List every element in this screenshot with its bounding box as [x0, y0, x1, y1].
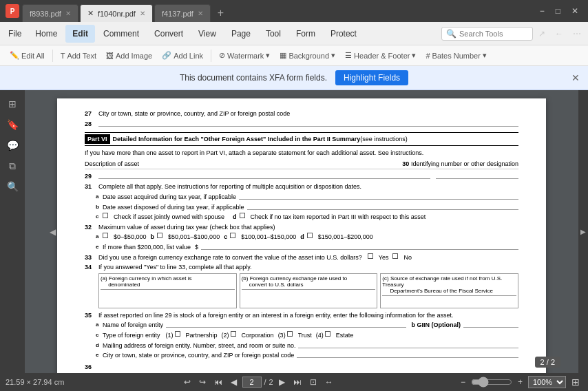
close-button[interactable]: ✕ — [567, 3, 582, 19]
back-button[interactable]: ← — [551, 26, 567, 41]
zoom-slider[interactable] — [471, 377, 512, 388]
left-collapse-arrow[interactable]: ◀ — [50, 227, 56, 237]
line-31c-label: c — [96, 213, 101, 220]
line-29-field — [98, 172, 430, 179]
menu-page[interactable]: Page — [224, 25, 258, 43]
line-32a-text: $0–$50,000 — [114, 233, 147, 242]
line-31a-row: a Date asset acquired during tax year, i… — [96, 193, 518, 202]
background-icon: ▦ — [280, 51, 286, 60]
line-35a-field — [166, 321, 406, 328]
edit-all-icon: ✏️ — [10, 51, 19, 60]
background-button[interactable]: ▦ Background ▾ — [275, 49, 339, 62]
right-collapse-arrow[interactable]: ▶ — [578, 90, 588, 373]
part-vi-subtext: If you have more than one asset to repor… — [85, 149, 518, 158]
header-footer-button[interactable]: ☰ Header & Footer ▾ — [341, 49, 420, 62]
menu-file[interactable]: File — [3, 26, 27, 41]
line-35c2: (2) — [222, 331, 229, 340]
search-icon[interactable]: 🔍 — [4, 178, 21, 195]
xfa-close-button[interactable]: ✕ — [571, 72, 580, 83]
menu-tool[interactable]: Tool — [259, 25, 288, 43]
line-35c3-cb — [287, 331, 293, 337]
line-33-yes-label: Yes — [379, 253, 389, 262]
edit-all-button[interactable]: ✏️ Edit All — [6, 49, 49, 62]
col-c-header: (c) Source of exchange rate used if not … — [382, 275, 516, 294]
line-32e-field — [201, 243, 518, 250]
maximize-button[interactable]: □ — [552, 3, 565, 19]
menu-convert[interactable]: Convert — [147, 25, 190, 43]
page-dimensions: 21.59 × 27.94 cm — [6, 378, 64, 386]
external-link-button[interactable]: ↗ — [534, 26, 549, 41]
highlight-fields-button[interactable]: Highlight Fields — [335, 70, 408, 85]
bates-number-button[interactable]: # Bates Number ▾ — [421, 49, 490, 62]
add-link-button[interactable]: 🔗 Add Link — [158, 49, 207, 62]
bates-number-label: Bates Number — [432, 52, 481, 60]
page-number-input[interactable] — [242, 377, 262, 388]
tab-label: f8938.pdf — [30, 10, 61, 18]
pages-icon[interactable]: ⊞ — [4, 96, 21, 112]
next-page-button[interactable]: ▶ — [276, 376, 288, 388]
tab-close-1[interactable]: ✕ — [65, 10, 71, 17]
menu-comment[interactable]: Comment — [96, 25, 146, 43]
minimize-button[interactable]: − — [536, 3, 549, 19]
first-page-button[interactable]: ⏮ — [211, 376, 225, 388]
comment-icon[interactable]: 💬 — [4, 137, 21, 154]
col-c: (c) Source of exchange rate used if not … — [380, 273, 518, 308]
fit-page-button[interactable]: ⊡ — [307, 376, 319, 388]
prev-page-button[interactable]: ◀ — [228, 376, 240, 388]
col-a-header: (a) Foreign currency in which asset is d… — [101, 275, 235, 288]
line-36-text-row: If asset reported on line 29 is not stoc… — [98, 372, 518, 373]
xfa-banner: This document contains XFA form fields. … — [0, 66, 588, 90]
tab-f1040nr[interactable]: ✕ f1040nr.pdf ✕ — [80, 4, 153, 22]
add-image-button[interactable]: 🖼 Add Image — [102, 50, 156, 62]
page-total: 2 — [269, 378, 273, 386]
last-page-button[interactable]: ⏭ — [291, 376, 304, 388]
line-35c-partnership: Partnership — [186, 331, 218, 340]
watermark-label: Watermark — [227, 52, 264, 60]
line-32e-label: e — [96, 243, 101, 251]
part-vi-title: Detailed Information for Each "Other For… — [113, 136, 361, 142]
add-text-button[interactable]: T Add Text — [56, 50, 101, 62]
line-num-33: 33 — [85, 253, 98, 262]
add-link-icon: 🔗 — [162, 51, 171, 60]
rotate-left-button[interactable]: ↩ — [181, 376, 193, 388]
part-vi-subtext-content: If you have more than one asset to repor… — [85, 149, 423, 158]
tab-close-2[interactable]: ✕ — [140, 10, 145, 17]
forward-button[interactable]: ⋯ — [569, 26, 585, 41]
zoom-in-button[interactable]: + — [515, 376, 525, 388]
menu-protect[interactable]: Protect — [324, 25, 364, 43]
menu-view[interactable]: View — [191, 25, 223, 43]
line-28-row: 28 — [85, 120, 518, 129]
layers-icon[interactable]: ⧉ — [4, 158, 21, 174]
line-31-text: Complete all that apply. See instruction… — [98, 182, 361, 191]
line-31b-label: b — [96, 203, 101, 211]
line-32e-text: If more than $200,000, list value — [103, 243, 191, 252]
search-tools-input[interactable] — [459, 30, 528, 38]
col-b-field — [242, 289, 376, 300]
line-33-no-label: No — [403, 253, 412, 262]
line-35c-text: Type of foreign entity — [103, 331, 160, 340]
menu-edit[interactable]: Edit — [65, 25, 95, 43]
header-footer-icon: ☰ — [345, 51, 352, 60]
menu-home[interactable]: Home — [28, 25, 64, 43]
line-num-27: 27 — [85, 109, 98, 118]
fit-width-button[interactable]: ↔ — [322, 376, 336, 388]
tab-f8938[interactable]: f8938.pdf ✕ — [22, 4, 78, 22]
line-35c-label: c — [96, 331, 101, 339]
line-31a-field — [239, 193, 518, 200]
line-35c4: (4) — [316, 331, 324, 340]
tab-close-3[interactable]: ✕ — [198, 10, 203, 17]
header-footer-dropdown-icon: ▾ — [412, 51, 416, 60]
menu-form[interactable]: Form — [289, 25, 322, 43]
line-35a-text: Name of foreign entity — [103, 321, 163, 330]
watermark-button[interactable]: ⊘ Watermark ▾ — [215, 49, 274, 62]
zoom-out-button[interactable]: − — [458, 376, 468, 388]
grid-view-button[interactable]: ⊞ — [569, 375, 582, 389]
tab-f4137[interactable]: f4137.pdf ✕ — [154, 4, 211, 22]
app-icon: P — [6, 4, 19, 18]
document-area[interactable]: ◀ 27 City or town, state or province, co… — [25, 90, 578, 373]
bookmark-icon[interactable]: 🔖 — [4, 116, 21, 133]
add-tab-button[interactable]: + — [212, 4, 229, 22]
zoom-select[interactable]: 100% 75% 150% 200% — [528, 376, 566, 388]
rotate-right-button[interactable]: ↪ — [196, 376, 209, 388]
line-32-checkboxes: a $0–$50,000 b $50,001–$100,000 c $100,0… — [96, 233, 518, 242]
